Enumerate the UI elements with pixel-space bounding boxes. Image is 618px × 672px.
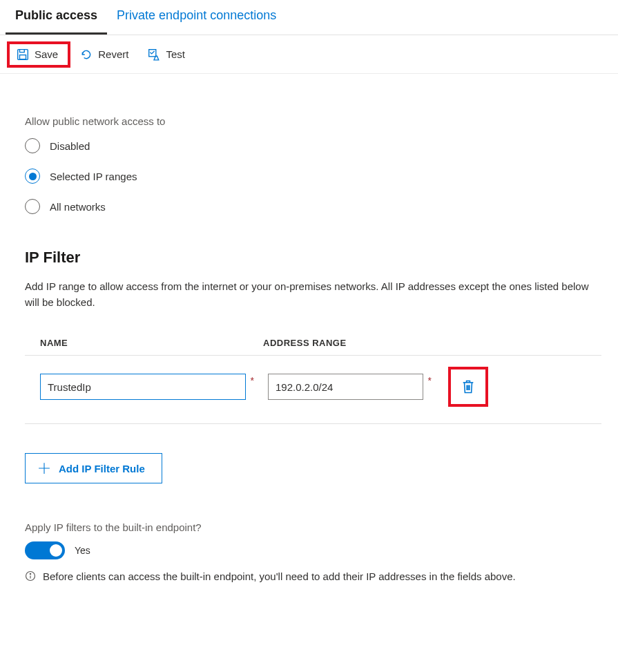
tab-private-endpoints[interactable]: Private endpoint connections [107,0,286,35]
apply-toggle[interactable] [25,541,65,559]
table-row: * * [25,356,601,424]
test-icon [148,48,160,61]
add-ip-filter-button[interactable]: Add IP Filter Rule [25,453,162,483]
save-label: Save [35,48,58,60]
plus-icon [38,462,50,474]
required-indicator: * [251,375,254,386]
address-input-wrap: * [268,374,423,400]
svg-point-4 [30,573,30,574]
radio-selected-ip[interactable]: Selected IP ranges [25,169,601,184]
revert-button[interactable]: Revert [73,44,138,65]
content: Allow public network access to Disabled … [0,74,618,599]
test-label: Test [166,48,185,60]
radio-circle-icon [25,138,40,153]
address-input[interactable] [268,374,423,400]
svg-rect-1 [20,55,26,59]
required-indicator: * [428,375,432,386]
trash-icon[interactable] [461,379,475,394]
toggle-value-label: Yes [75,545,90,556]
radio-all[interactable]: All networks [25,199,601,214]
ip-filter-description: Add IP range to allow access from the in… [25,279,598,310]
toolbar: Save Revert Test [0,35,618,74]
toggle-row: Yes [25,541,601,559]
radio-label: Selected IP ranges [50,171,137,182]
note-row: Before clients can access the built-in e… [25,569,591,585]
access-radio-group: Disabled Selected IP ranges All networks [25,138,601,214]
col-name: NAME [25,338,263,348]
radio-disabled[interactable]: Disabled [25,138,601,153]
save-icon [17,48,29,61]
test-button[interactable]: Test [141,44,195,65]
access-label: Allow public network access to [25,115,601,127]
name-input-wrap: * [40,374,246,400]
ip-filter-heading: IP Filter [25,249,601,267]
radio-circle-icon [25,169,40,184]
note-text: Before clients can access the built-in e… [43,569,516,585]
apply-label: Apply IP filters to the built-in endpoin… [25,521,601,533]
radio-label: All networks [50,201,106,213]
name-input[interactable] [40,374,246,400]
tab-public-access[interactable]: Public access [6,0,107,35]
revert-icon [80,48,93,61]
table-header: NAME ADDRESS RANGE [25,338,601,356]
info-icon [25,570,36,582]
tabs-bar: Public access Private endpoint connectio… [0,0,618,35]
add-button-label: Add IP Filter Rule [59,463,145,474]
delete-highlight [448,367,488,407]
save-button[interactable]: Save [10,44,68,65]
revert-label: Revert [98,48,128,60]
radio-circle-icon [25,199,40,214]
radio-label: Disabled [50,140,90,152]
save-highlight: Save [7,41,70,68]
col-address: ADDRESS RANGE [263,338,450,348]
